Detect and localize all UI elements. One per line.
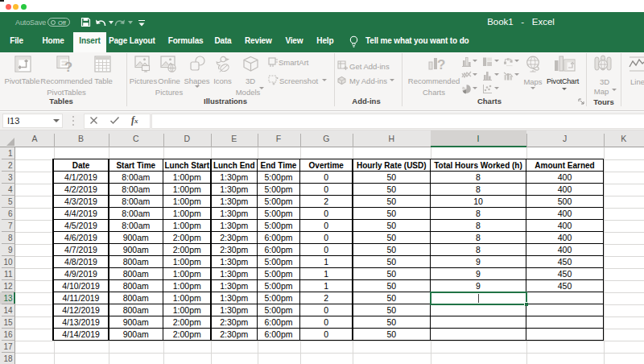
svg-text:?: ?: [437, 57, 445, 72]
svg-text:?: ?: [64, 60, 72, 72]
